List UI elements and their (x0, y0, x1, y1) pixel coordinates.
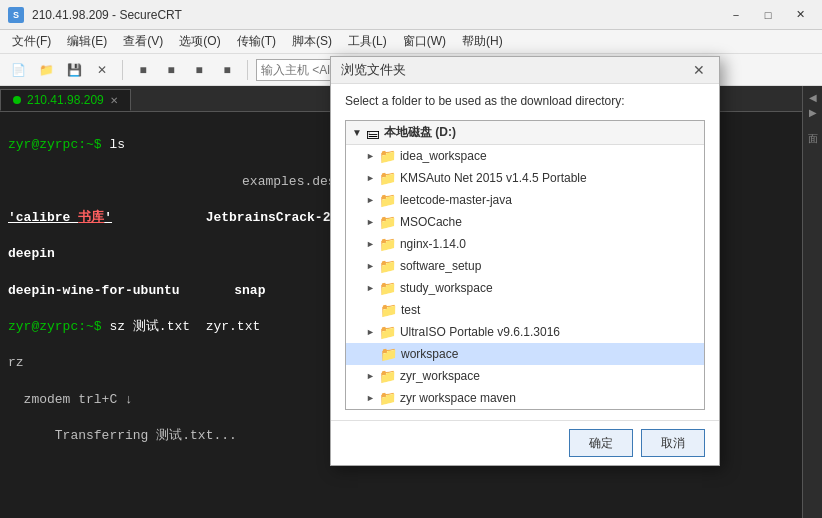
window-title: 210.41.98.209 - SecureCRT (32, 8, 182, 22)
tab-label: 210.41.98.209 (27, 93, 104, 107)
cancel-button[interactable]: 取消 (641, 429, 705, 457)
toolbar-btn-6[interactable]: ■ (159, 58, 183, 82)
tree-item-label-0: idea_workspace (400, 149, 487, 163)
tree-item-8[interactable]: ► 📁 UltraISO Portable v9.6.1.3016 (346, 321, 704, 343)
close-button[interactable]: ✕ (786, 5, 814, 25)
toolbar-new-btn[interactable]: 📄 (6, 58, 30, 82)
dialog-close-button[interactable]: ✕ (689, 60, 709, 80)
tree-item-label-1: KMSAuto Net 2015 v1.4.5 Portable (400, 171, 587, 185)
ok-button[interactable]: 确定 (569, 429, 633, 457)
menu-options[interactable]: 选项(O) (171, 30, 228, 53)
tab-close-button[interactable]: ✕ (110, 95, 118, 106)
file-tree[interactable]: ▼ 🖴 本地磁盘 (D:) ► 📁 idea_workspace ► 📁 KMS… (345, 120, 705, 410)
toolbar-btn-7[interactable]: ■ (187, 58, 211, 82)
chevron-right-icon-1: ► (366, 173, 375, 183)
tree-item-label-6: study_workspace (400, 281, 493, 295)
folder-icon-1: 📁 (379, 170, 396, 186)
dialog-prompt-text: Select a folder to be used as the downlo… (345, 94, 705, 108)
tree-item-9[interactable]: 📁 workspace (346, 343, 704, 365)
folder-icon-9: 📁 (380, 346, 397, 362)
chevron-right-icon-0: ► (366, 151, 375, 161)
tree-item-label-9: workspace (401, 347, 458, 361)
minimize-button[interactable]: − (722, 5, 750, 25)
tree-item-5[interactable]: ► 📁 software_setup (346, 255, 704, 277)
tree-item-label-8: UltraISO Portable v9.6.1.3016 (400, 325, 560, 339)
tree-item-3[interactable]: ► 📁 MSOCache (346, 211, 704, 233)
toolbar-btn-5[interactable]: ■ (131, 58, 155, 82)
dialog-body: Select a folder to be used as the downlo… (331, 84, 719, 420)
folder-icon-8: 📁 (379, 324, 396, 340)
tree-item-4[interactable]: ► 📁 nginx-1.14.0 (346, 233, 704, 255)
tree-item-label-7: test (401, 303, 420, 317)
menu-view[interactable]: 查看(V) (115, 30, 171, 53)
panel-expand-arrow[interactable]: ▶ (807, 105, 819, 120)
tree-item-label-10: zyr_workspace (400, 369, 480, 383)
dialog-titlebar: 浏览文件夹 ✕ (331, 57, 719, 84)
tree-item-10[interactable]: ► 📁 zyr_workspace (346, 365, 704, 387)
toolbar-close-btn[interactable]: ✕ (90, 58, 114, 82)
browse-folder-dialog: 浏览文件夹 ✕ Select a folder to be used as th… (330, 56, 720, 466)
menu-window[interactable]: 窗口(W) (395, 30, 454, 53)
chevron-right-icon-5: ► (366, 261, 375, 271)
menu-help[interactable]: 帮助(H) (454, 30, 511, 53)
window-controls: − □ ✕ (722, 5, 814, 25)
title-bar-left: S 210.41.98.209 - SecureCRT (8, 7, 182, 23)
tree-item-label-3: MSOCache (400, 215, 462, 229)
tree-item-label-2: leetcode-master-java (400, 193, 512, 207)
folder-icon-3: 📁 (379, 214, 396, 230)
dialog-title: 浏览文件夹 (341, 61, 406, 79)
right-panel: ◀ ▶ 面 (802, 86, 822, 518)
tab-status-indicator (13, 96, 21, 104)
folder-icon-0: 📁 (379, 148, 396, 164)
drive-label: 本地磁盘 (D:) (384, 124, 456, 141)
tree-item-1[interactable]: ► 📁 KMSAuto Net 2015 v1.4.5 Portable (346, 167, 704, 189)
chevron-right-icon-10: ► (366, 371, 375, 381)
menu-script[interactable]: 脚本(S) (284, 30, 340, 53)
panel-collapse-arrow[interactable]: ◀ (807, 90, 819, 105)
tree-item-label-5: software_setup (400, 259, 481, 273)
menu-tools[interactable]: 工具(L) (340, 30, 395, 53)
tree-root-header[interactable]: ▼ 🖴 本地磁盘 (D:) (346, 121, 704, 145)
toolbar-separator-2 (247, 60, 248, 80)
menu-file[interactable]: 文件(F) (4, 30, 59, 53)
tree-item-7[interactable]: 📁 test (346, 299, 704, 321)
tree-item-label-11: zyr workspace maven (400, 391, 516, 405)
folder-icon-10: 📁 (379, 368, 396, 384)
maximize-button[interactable]: □ (754, 5, 782, 25)
chevron-right-icon-2: ► (366, 195, 375, 205)
chevron-right-icon-6: ► (366, 283, 375, 293)
chevron-right-icon-11: ► (366, 393, 375, 403)
menu-bar: 文件(F) 编辑(E) 查看(V) 选项(O) 传输(T) 脚本(S) 工具(L… (0, 30, 822, 54)
chevron-right-icon-3: ► (366, 217, 375, 227)
chevron-right-icon-8: ► (366, 327, 375, 337)
toolbar-separator-1 (122, 60, 123, 80)
menu-edit[interactable]: 编辑(E) (59, 30, 115, 53)
tree-item-label-4: nginx-1.14.0 (400, 237, 466, 251)
folder-icon-11: 📁 (379, 390, 396, 406)
title-bar: S 210.41.98.209 - SecureCRT − □ ✕ (0, 0, 822, 30)
drive-icon: 🖴 (366, 125, 380, 141)
tree-item-0[interactable]: ► 📁 idea_workspace (346, 145, 704, 167)
toolbar-btn-8[interactable]: ■ (215, 58, 239, 82)
folder-icon-5: 📁 (379, 258, 396, 274)
menu-transfer[interactable]: 传输(T) (229, 30, 284, 53)
tree-item-6[interactable]: ► 📁 study_workspace (346, 277, 704, 299)
folder-icon-4: 📁 (379, 236, 396, 252)
folder-icon-6: 📁 (379, 280, 396, 296)
chevron-right-icon-4: ► (366, 239, 375, 249)
toolbar-open-btn[interactable]: 📁 (34, 58, 58, 82)
main-window: S 210.41.98.209 - SecureCRT − □ ✕ 文件(F) … (0, 0, 822, 518)
folder-icon-2: 📁 (379, 192, 396, 208)
toolbar-save-btn[interactable]: 💾 (62, 58, 86, 82)
app-icon: S (8, 7, 24, 23)
tree-item-2[interactable]: ► 📁 leetcode-master-java (346, 189, 704, 211)
dialog-footer: 确定 取消 (331, 420, 719, 465)
tree-item-11[interactable]: ► 📁 zyr workspace maven (346, 387, 704, 409)
root-expand-arrow[interactable]: ▼ (352, 127, 362, 138)
folder-icon-7: 📁 (380, 302, 397, 318)
session-tab[interactable]: 210.41.98.209 ✕ (0, 89, 131, 111)
